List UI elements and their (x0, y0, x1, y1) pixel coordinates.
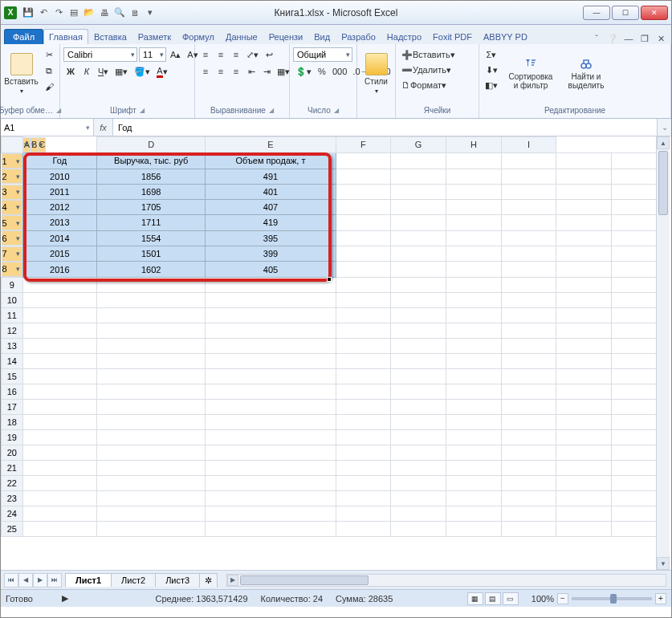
cell[interactable] (391, 307, 446, 323)
cell[interactable] (336, 323, 391, 338)
cell[interactable] (501, 490, 556, 506)
qat-redo-icon[interactable]: ↷ (52, 6, 65, 19)
align-top-icon[interactable]: ≡ (198, 47, 213, 62)
cell[interactable] (97, 368, 206, 384)
sheet-nav-last-icon[interactable]: ⏭ (47, 573, 62, 588)
tab-abbyy[interactable]: ABBYY PD (478, 29, 533, 44)
cell[interactable] (22, 338, 96, 353)
qat-undo-icon[interactable]: ↶ (37, 6, 50, 19)
macro-record-icon[interactable]: ▶ (62, 593, 68, 604)
cell[interactable] (556, 323, 612, 338)
cell[interactable] (446, 368, 501, 384)
cell[interactable] (501, 184, 556, 199)
cell[interactable] (501, 262, 556, 278)
cell[interactable] (391, 521, 446, 536)
align-left-icon[interactable]: ≡ (198, 64, 213, 79)
cell[interactable]: 401 (206, 184, 336, 199)
cell[interactable] (446, 184, 501, 199)
cell[interactable] (446, 490, 501, 506)
cell[interactable] (206, 429, 336, 445)
cell[interactable] (97, 506, 206, 521)
cell[interactable] (22, 399, 96, 414)
col-header-E[interactable]: E (206, 137, 336, 153)
cell[interactable] (97, 429, 206, 445)
qat-print-icon[interactable]: 🖶 (98, 6, 111, 19)
cell[interactable] (501, 475, 556, 490)
cell[interactable] (501, 506, 556, 521)
cell[interactable] (97, 445, 206, 460)
grow-font-icon[interactable]: A▴ (168, 47, 183, 62)
cell[interactable] (501, 323, 556, 338)
cell[interactable] (97, 277, 206, 292)
cell[interactable] (501, 399, 556, 414)
cell[interactable] (501, 353, 556, 368)
cell[interactable] (556, 445, 612, 460)
cell[interactable] (446, 246, 501, 261)
row-header-12[interactable]: 12 (2, 323, 23, 338)
cell[interactable] (22, 323, 96, 338)
cell[interactable] (446, 277, 501, 292)
cell[interactable] (501, 384, 556, 399)
cell[interactable] (97, 475, 206, 490)
find-select-button[interactable]: Найти и выделить (561, 47, 611, 100)
cell[interactable] (446, 215, 501, 230)
close-button[interactable]: ✕ (641, 6, 668, 20)
cell[interactable] (22, 292, 96, 307)
cell[interactable] (391, 246, 446, 261)
cell[interactable]: 491 (206, 169, 336, 184)
tab-view[interactable]: Вид (308, 29, 336, 44)
cell[interactable] (446, 445, 501, 460)
row-header-8[interactable]: 8 (2, 262, 22, 277)
tab-review[interactable]: Рецензи (263, 29, 309, 44)
cell[interactable] (556, 215, 612, 230)
cell[interactable]: 2010 (22, 169, 96, 184)
zoom-level[interactable]: 100% (531, 594, 554, 604)
font-size-select[interactable]: 11 (139, 47, 166, 62)
qat-new-icon[interactable]: ▤ (67, 6, 80, 19)
fx-icon[interactable]: fx (94, 119, 113, 136)
zoom-in-icon[interactable]: + (655, 593, 666, 604)
col-header-D[interactable]: D (97, 137, 206, 153)
grid[interactable]: A B C D E F G H I 1ГодВыручка, тыс. рубО… (1, 136, 667, 537)
tab-developer[interactable]: Разрабо (336, 29, 381, 44)
row-header-24[interactable]: 24 (2, 506, 23, 521)
cell[interactable]: 1705 (97, 200, 206, 215)
cell[interactable] (22, 506, 96, 521)
cell[interactable] (206, 323, 336, 338)
cell[interactable] (391, 414, 446, 429)
indent-decrease-icon[interactable]: ⇤ (244, 64, 259, 79)
sheet-nav-next-icon[interactable]: ▶ (33, 573, 47, 588)
row-header-21[interactable]: 21 (2, 460, 23, 475)
cell[interactable] (556, 262, 612, 278)
cell[interactable] (446, 521, 501, 536)
cell[interactable] (206, 307, 336, 323)
cell[interactable] (336, 262, 391, 278)
cell[interactable] (501, 445, 556, 460)
cell[interactable]: 2012 (22, 200, 96, 215)
row-header-5[interactable]: 5 (2, 215, 22, 230)
align-center-icon[interactable]: ≡ (214, 64, 228, 79)
cell[interactable] (446, 200, 501, 215)
dialog-launcher-icon[interactable]: ◢ (269, 107, 274, 114)
border-icon[interactable]: ▦▾ (112, 64, 130, 79)
cell[interactable] (501, 338, 556, 353)
cell[interactable] (501, 230, 556, 246)
cell[interactable]: 1711 (97, 215, 206, 230)
cell[interactable] (336, 184, 391, 199)
cell[interactable]: 1856 (97, 169, 206, 184)
cell[interactable] (22, 353, 96, 368)
tab-home[interactable]: Главная (43, 29, 88, 44)
cell[interactable] (22, 475, 96, 490)
cell[interactable] (501, 215, 556, 230)
zoom-out-icon[interactable]: − (557, 593, 568, 604)
cell[interactable] (556, 490, 612, 506)
vertical-scrollbar[interactable]: ▲ ▼ (656, 136, 670, 570)
col-header-G[interactable]: G (391, 137, 446, 153)
cell[interactable] (556, 353, 612, 368)
cells-insert-button[interactable]: ➕ Вставить ▾ (399, 47, 476, 62)
cell[interactable]: 395 (206, 230, 336, 246)
cell[interactable] (501, 169, 556, 184)
cell[interactable] (556, 230, 612, 246)
cell[interactable] (391, 399, 446, 414)
cell[interactable] (556, 368, 612, 384)
